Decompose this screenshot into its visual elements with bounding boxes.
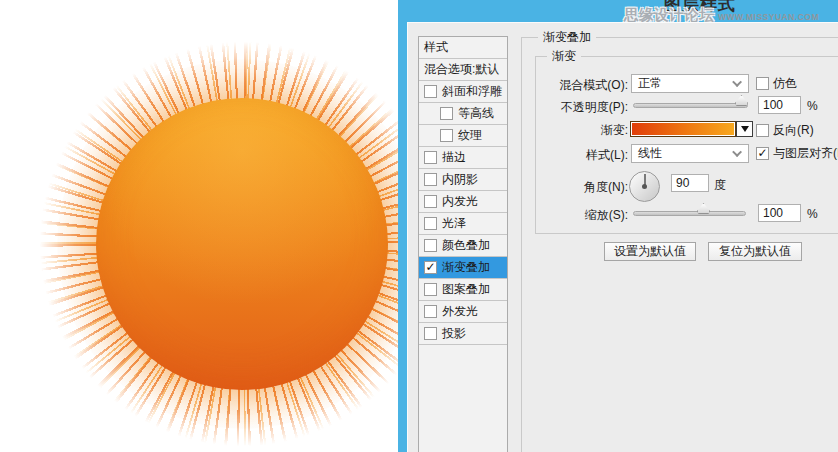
- scale-input[interactable]: 100: [758, 204, 801, 222]
- align-label: 与图层对齐(I): [773, 145, 838, 162]
- style-item-gradient-overlay[interactable]: 渐变叠加: [419, 257, 507, 279]
- reset-default-button[interactable]: 复位为默认值: [708, 242, 802, 261]
- angle-dial[interactable]: [629, 171, 660, 202]
- checkbox[interactable]: [424, 85, 437, 98]
- checkbox[interactable]: [424, 151, 437, 164]
- style-item-pattern-overlay[interactable]: 图案叠加: [419, 279, 507, 301]
- blend-mode-value: 正常: [638, 75, 735, 92]
- gradient-label: 渐变:: [532, 122, 628, 139]
- checkbox[interactable]: [440, 107, 453, 120]
- checkbox[interactable]: [424, 283, 437, 296]
- opacity-input[interactable]: 100: [758, 96, 801, 114]
- opacity-slider[interactable]: [633, 103, 748, 108]
- watermark-site-url: www.missyuan.com: [718, 12, 819, 22]
- angle-dial-center: [642, 184, 647, 189]
- align-checkbox-checked[interactable]: [756, 147, 769, 160]
- styles-header[interactable]: 样式: [419, 37, 507, 59]
- make-default-button[interactable]: 设置为默认值: [604, 242, 696, 261]
- checkbox[interactable]: [424, 173, 437, 186]
- checkbox[interactable]: [424, 327, 437, 340]
- layer-style-dialog: 样式 混合选项:默认 斜面和浮雕 等高线 纹理 描边 内阴影 内发光 光泽 颜色…: [407, 22, 838, 452]
- gradient-style-select[interactable]: 线性: [631, 144, 749, 163]
- gradient-style-value: 线性: [638, 145, 735, 162]
- dither-checkbox[interactable]: [756, 77, 769, 90]
- angle-input[interactable]: 90: [671, 174, 709, 192]
- subgroup-title: 渐变: [547, 49, 581, 63]
- triangle-down-icon: [741, 126, 749, 132]
- style-item-contour[interactable]: 等高线: [419, 103, 507, 125]
- blend-mode-select[interactable]: 正常: [631, 74, 749, 93]
- watermark-site-name: 思缘设计论坛: [624, 6, 714, 23]
- scale-label: 缩放(S):: [532, 207, 628, 224]
- style-item-inner-glow[interactable]: 内发光: [419, 191, 507, 213]
- style-item-texture[interactable]: 纹理: [419, 125, 507, 147]
- screenshot-root: 图层样式 思缘设计论坛www.missyuan.com 样式 混合选项:默认 斜…: [0, 0, 838, 452]
- style-item-outer-glow[interactable]: 外发光: [419, 301, 507, 323]
- scale-slider[interactable]: [633, 211, 746, 216]
- reverse-checkbox[interactable]: [756, 124, 769, 137]
- scale-unit: %: [807, 207, 818, 221]
- style-label: 样式(L):: [532, 147, 628, 164]
- style-item-satin[interactable]: 光泽: [419, 213, 507, 235]
- reverse-checkbox-row: 反向(R): [756, 122, 814, 139]
- blend-mode-label: 混合模式(O):: [532, 77, 628, 94]
- reverse-label: 反向(R): [773, 122, 814, 139]
- group-title: 渐变叠加: [538, 30, 596, 44]
- align-checkbox-row: 与图层对齐(I): [756, 145, 838, 162]
- opacity-unit: %: [807, 99, 818, 113]
- dither-label: 仿色: [773, 75, 797, 92]
- style-item-stroke[interactable]: 描边: [419, 147, 507, 169]
- opacity-label: 不透明度(P):: [532, 99, 628, 116]
- document-canvas[interactable]: [0, 0, 398, 452]
- checkbox[interactable]: [424, 305, 437, 318]
- style-item-inner-shadow[interactable]: 内阴影: [419, 169, 507, 191]
- checkbox[interactable]: [424, 195, 437, 208]
- angle-label: 角度(N):: [532, 179, 628, 196]
- gradient-picker-button[interactable]: [736, 121, 753, 137]
- gradient-swatch[interactable]: [630, 121, 736, 137]
- style-item-drop-shadow[interactable]: 投影: [419, 323, 507, 345]
- checkbox-checked[interactable]: [424, 261, 437, 274]
- blending-options-item[interactable]: 混合选项:默认: [419, 59, 507, 81]
- style-item-bevel-emboss[interactable]: 斜面和浮雕: [419, 81, 507, 103]
- dither-checkbox-row: 仿色: [756, 75, 797, 92]
- checkbox[interactable]: [440, 129, 453, 142]
- styles-list-panel: 样式 混合选项:默认 斜面和浮雕 等高线 纹理 描边 内阴影 内发光 光泽 颜色…: [418, 36, 508, 452]
- sun-circle: [96, 98, 388, 390]
- checkbox[interactable]: [424, 239, 437, 252]
- checkbox[interactable]: [424, 217, 437, 230]
- style-item-color-overlay[interactable]: 颜色叠加: [419, 235, 507, 257]
- angle-unit: 度: [714, 177, 726, 194]
